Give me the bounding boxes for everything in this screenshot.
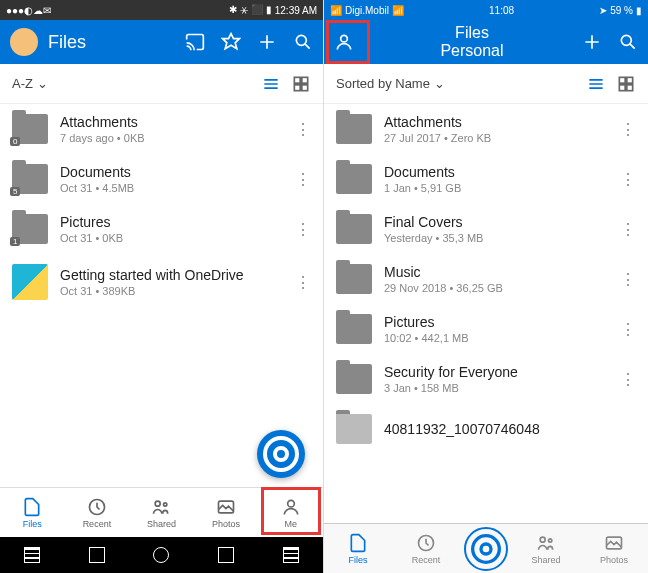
list-item[interactable]: Pictures10:02 • 442,1 MB⋮ — [324, 304, 648, 354]
status-right: ➤ 59 % ▮ — [599, 5, 642, 16]
svg-rect-1 — [294, 77, 300, 83]
cast-icon[interactable] — [185, 32, 205, 52]
more-icon[interactable]: ⋮ — [295, 170, 311, 189]
list-item[interactable]: Security for Everyone3 Jan • 158 MB⋮ — [324, 354, 648, 404]
folder-icon — [336, 314, 372, 344]
file-list: Attachments27 Jul 2017 • Zero KB⋮ Docume… — [324, 104, 648, 523]
chevron-down-icon: ⌄ — [37, 76, 48, 91]
back-button[interactable] — [218, 547, 234, 563]
home-button[interactable] — [153, 547, 169, 563]
profile-avatar[interactable] — [10, 28, 38, 56]
highlight-annotation — [326, 20, 370, 64]
item-title: Attachments — [384, 114, 608, 130]
list-item[interactable]: Music29 Nov 2018 • 36,25 GB⋮ — [324, 254, 648, 304]
item-subtitle: 7 days ago • 0KB — [60, 132, 283, 144]
add-icon[interactable] — [582, 32, 602, 52]
view-list-icon[interactable] — [261, 74, 281, 94]
more-icon[interactable]: ⋮ — [620, 220, 636, 239]
more-icon[interactable]: ⋮ — [620, 320, 636, 339]
header-title: Files — [48, 32, 185, 53]
item-title: 40811932_10070746048 — [384, 421, 636, 437]
item-title: Documents — [60, 164, 283, 180]
file-thumbnail — [12, 264, 48, 300]
app-header: Files — [0, 20, 323, 64]
item-subtitle: Yesterday • 35,3 MB — [384, 232, 608, 244]
header-subtitle: Personal — [362, 42, 582, 60]
nav-files[interactable]: Files — [0, 488, 65, 537]
folder-icon — [336, 364, 372, 394]
svg-point-19 — [481, 544, 491, 554]
item-title: Final Covers — [384, 214, 608, 230]
folder-icon: 0 — [12, 114, 48, 144]
item-subtitle: 29 Nov 2018 • 36,25 GB — [384, 282, 608, 294]
svg-point-21 — [540, 537, 545, 542]
more-icon[interactable]: ⋮ — [620, 270, 636, 289]
sort-dropdown[interactable]: A-Z ⌄ — [12, 76, 251, 91]
item-subtitle: Oct 31 • 4.5MB — [60, 182, 283, 194]
list-item[interactable]: 5 DocumentsOct 31 • 4.5MB ⋮ — [0, 154, 323, 204]
folder-icon — [336, 114, 372, 144]
svg-point-22 — [549, 538, 552, 541]
svg-rect-14 — [619, 77, 625, 83]
more-icon[interactable]: ⋮ — [620, 370, 636, 389]
camera-fab[interactable] — [257, 430, 305, 478]
list-item[interactable]: Documents1 Jan • 5,91 GB⋮ — [324, 154, 648, 204]
chevron-down-icon: ⌄ — [434, 76, 445, 91]
premium-icon[interactable] — [221, 32, 241, 52]
more-icon[interactable]: ⋮ — [620, 170, 636, 189]
nav-photos[interactable]: Photos — [580, 533, 648, 565]
item-subtitle: 10:02 • 442,1 MB — [384, 332, 608, 344]
header-title: Files — [362, 24, 582, 42]
nav-shared[interactable]: Shared — [129, 488, 194, 537]
item-subtitle: 1 Jan • 5,91 GB — [384, 182, 608, 194]
list-item[interactable]: 0 Attachments7 days ago • 0KB ⋮ — [0, 104, 323, 154]
svg-point-20 — [473, 535, 500, 562]
overview-button[interactable] — [89, 547, 105, 563]
app-header: Files Personal — [324, 20, 648, 64]
view-grid-icon[interactable] — [616, 74, 636, 94]
item-title: Pictures — [60, 214, 283, 230]
list-item[interactable]: Getting started with OneDriveOct 31 • 38… — [0, 254, 323, 310]
item-title: Documents — [384, 164, 608, 180]
svg-point-5 — [275, 448, 287, 460]
android-system-nav — [0, 537, 323, 573]
item-title: Attachments — [60, 114, 283, 130]
list-item[interactable]: 1 PicturesOct 31 • 0KB ⋮ — [0, 204, 323, 254]
search-icon[interactable] — [618, 32, 638, 52]
item-title: Getting started with OneDrive — [60, 267, 283, 283]
sort-bar: Sorted by Name ⌄ — [324, 64, 648, 104]
camera-button[interactable] — [464, 527, 508, 571]
list-item[interactable]: Attachments27 Jul 2017 • Zero KB⋮ — [324, 104, 648, 154]
item-title: Music — [384, 264, 608, 280]
item-subtitle: Oct 31 • 389KB — [60, 285, 283, 297]
add-icon[interactable] — [257, 32, 277, 52]
status-icons-left: ●●●◐☁✉ — [6, 5, 51, 16]
nav-recent[interactable]: Recent — [65, 488, 130, 537]
item-title: Pictures — [384, 314, 608, 330]
more-icon[interactable]: ⋮ — [295, 220, 311, 239]
more-icon[interactable]: ⋮ — [295, 273, 311, 292]
view-grid-icon[interactable] — [291, 74, 311, 94]
menu-button[interactable] — [283, 547, 299, 563]
bottom-nav: Files Recent Shared Photos — [324, 523, 648, 573]
nav-files[interactable]: Files — [324, 533, 392, 565]
folder-icon — [336, 164, 372, 194]
nav-shared[interactable]: Shared — [512, 533, 580, 565]
more-icon[interactable]: ⋮ — [295, 120, 311, 139]
svg-rect-2 — [302, 77, 308, 83]
more-icon[interactable]: ⋮ — [620, 120, 636, 139]
view-list-icon[interactable] — [586, 74, 606, 94]
list-item[interactable]: Final CoversYesterday • 35,3 MB⋮ — [324, 204, 648, 254]
search-icon[interactable] — [293, 32, 313, 52]
status-time: 11:08 — [489, 5, 514, 16]
sort-dropdown[interactable]: Sorted by Name ⌄ — [336, 76, 576, 91]
svg-rect-3 — [294, 84, 300, 90]
item-title: Security for Everyone — [384, 364, 608, 380]
nav-recent[interactable]: Recent — [392, 533, 460, 565]
svg-rect-16 — [619, 84, 625, 90]
recent-apps-button[interactable] — [24, 547, 40, 563]
sort-bar: A-Z ⌄ — [0, 64, 323, 104]
nav-photos[interactable]: Photos — [194, 488, 259, 537]
item-subtitle: 27 Jul 2017 • Zero KB — [384, 132, 608, 144]
list-item[interactable]: 40811932_10070746048 — [324, 404, 648, 454]
